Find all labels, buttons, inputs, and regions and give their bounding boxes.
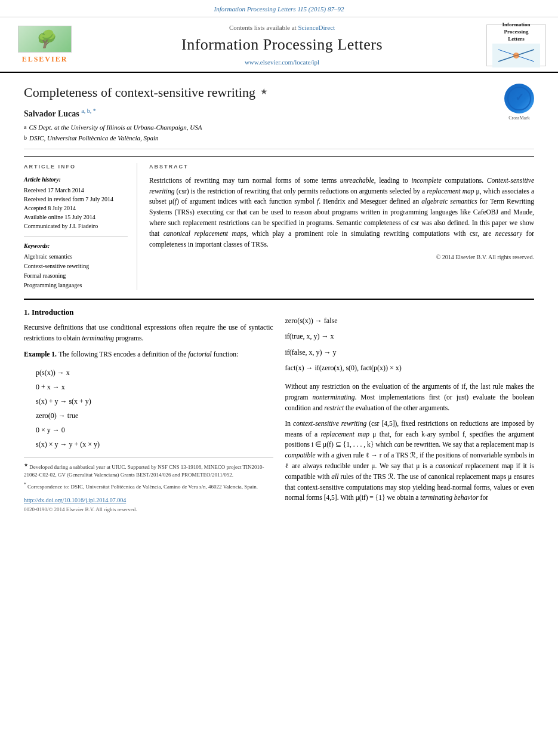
kw-programming: Programming languages <box>24 281 128 290</box>
elsevier-wordmark: ELSEVIER <box>22 54 68 64</box>
issn-line: 0020-0190/© 2014 Elsevier B.V. All right… <box>24 506 273 514</box>
journal-header: 🌳 ELSEVIER Contents lists available at S… <box>0 17 558 73</box>
title-text: Completeness of context-sensitive rewrit… <box>24 84 255 102</box>
journal-reference: Information Processing Letters 115 (2015… <box>214 5 344 13</box>
author-line: Salvador Lucas a, b, * <box>24 107 268 119</box>
article-info-label: ARTICLE INFO <box>24 163 128 171</box>
article-title: Completeness of context-sensitive rewrit… <box>24 84 268 102</box>
history-subhead: Article history: <box>24 176 128 184</box>
tree-icon: 🌳 <box>35 27 56 51</box>
math-rule-0: zero(s(x)) → false <box>285 313 535 328</box>
svg-point-3 <box>513 53 519 59</box>
journal-center-info: Contents lists available at ScienceDirec… <box>78 23 486 67</box>
abstract-label: ABSTRACT <box>149 163 534 171</box>
elsevier-logo-area: 🌳 ELSEVIER <box>12 26 78 64</box>
svg-text:✓: ✓ <box>515 91 524 103</box>
kw-algebraic: Algebraic semantics <box>24 252 128 262</box>
article-history-block: Article history: Received 17 March 2014 … <box>24 176 128 231</box>
author-name: Salvador Lucas <box>24 109 79 118</box>
rule-4: 0 × y → 0 <box>36 423 273 437</box>
crossmark-icon: ✓ <box>504 84 534 113</box>
crossmark-label: CrossMark <box>504 115 534 121</box>
accepted-date: Accepted 8 July 2014 <box>24 204 128 213</box>
revised-date: Received in revised form 7 July 2014 <box>24 195 128 204</box>
rule-3: zero(0) → true <box>36 408 273 423</box>
affiliation-b: b DSIC, Universitat Politècnica de Valèn… <box>24 134 268 143</box>
available-date: Available online 15 July 2014 <box>24 213 128 222</box>
journal-title: Information Processing Letters <box>78 34 486 56</box>
math-rules-block: zero(s(x)) → false if(true, x, y) → x if… <box>285 313 535 376</box>
affiliations: a CS Dept. at the University of Illinois… <box>24 123 268 143</box>
right-logo-title: InformationProcessingLetters <box>492 21 540 42</box>
article-content: Completeness of context-sensitive rewrit… <box>0 73 558 514</box>
journal-logo-thumbnail: InformationProcessingLetters <box>486 24 546 66</box>
divider <box>24 236 128 237</box>
contents-label: Contents lists available at <box>229 24 297 31</box>
crossmark-badge-area[interactable]: ✓ CrossMark <box>504 84 534 121</box>
footnote-area: ★ Developed during a sabbatical year at … <box>24 457 273 514</box>
copyright-line: © 2014 Elsevier B.V. All rights reserved… <box>149 253 534 262</box>
sciencedirect-link[interactable]: ScienceDirect <box>298 24 335 31</box>
body-right-column: zero(s(x)) → false if(true, x, y) → x if… <box>285 307 535 514</box>
right-para2: In context-sensitive rewriting (csr [4,5… <box>285 419 535 504</box>
kw-csr: Context-sensitive rewriting <box>24 262 128 271</box>
math-rule-1: if(true, x, y) → x <box>285 328 535 344</box>
rule-0: p(s(x)) → x <box>36 365 273 380</box>
keywords-block: Keywords: Algebraic semantics Context-se… <box>24 242 128 290</box>
footnote-star: ★ Developed during a sabbatical year at … <box>24 462 273 480</box>
intro-para1: Recursive definitions that use condition… <box>24 322 273 344</box>
star-footnote-icon: ★ <box>260 86 268 98</box>
keywords-label: Keywords: <box>24 242 128 250</box>
rule-1: 0 + x → x <box>36 380 273 394</box>
rule-2: s(x) + y → s(x + y) <box>36 394 273 408</box>
math-rule-3: fact(x) → if(zero(x), s(0), fact(p(x)) ×… <box>285 360 535 376</box>
article-info-column: ARTICLE INFO Article history: Received 1… <box>24 163 137 290</box>
aff-sup-a: a <box>24 123 26 132</box>
kw-formal: Formal reasoning <box>24 271 128 281</box>
example-block: Example 1. The following TRS encodes a d… <box>24 349 273 359</box>
rule-5: s(x) × y → y + (x × y) <box>36 437 273 451</box>
communicated-by: Communicated by J.I. Fiadeiro <box>24 222 128 231</box>
aff-text-b: DSIC, Universitat Politècnica de Valènci… <box>29 134 159 143</box>
example-text: The following TRS encodes a definition o… <box>58 351 238 358</box>
right-para1: Without any restriction on the evaluatio… <box>285 382 535 413</box>
aff-sup-b: b <box>24 134 27 143</box>
affiliation-a: a CS Dept. at the University of Illinois… <box>24 123 268 132</box>
intro-heading: 1. Introduction <box>24 307 273 318</box>
article-info-abstract-section: ARTICLE INFO Article history: Received 1… <box>24 156 534 290</box>
top-bar: Information Processing Letters 115 (2015… <box>0 0 558 17</box>
aff-text-a: CS Dept. at the University of Illinois a… <box>29 123 202 132</box>
doi-link[interactable]: http://dx.doi.org/10.1016/j.ipl.2014.07.… <box>24 496 273 505</box>
received-date: Received 17 March 2014 <box>24 186 128 195</box>
rules-block: p(s(x)) → x 0 + x → x s(x) + y → s(x + y… <box>36 365 273 451</box>
example-label: Example 1. <box>24 351 57 358</box>
article-title-section: Completeness of context-sensitive rewrit… <box>24 73 534 149</box>
right-logo-graph <box>492 44 540 67</box>
elsevier-logo-image: 🌳 <box>18 26 72 53</box>
main-body: 1. Introduction Recursive definitions th… <box>24 299 534 514</box>
sciencedirect-line: Contents lists available at ScienceDirec… <box>78 23 486 32</box>
abstract-text: Restrictions of rewriting may turn norma… <box>149 176 534 250</box>
math-rule-2: if(false, x, y) → y <box>285 345 535 360</box>
body-left-column: 1. Introduction Recursive definitions th… <box>24 307 273 514</box>
footnote-corr: * Correspondence to: DSIC, Universitat P… <box>24 481 273 491</box>
journal-url: www.elsevier.com/locate/ipl <box>78 58 486 67</box>
abstract-column: ABSTRACT Restrictions of rewriting may t… <box>149 163 534 290</box>
author-sup: a, b, * <box>81 107 95 114</box>
